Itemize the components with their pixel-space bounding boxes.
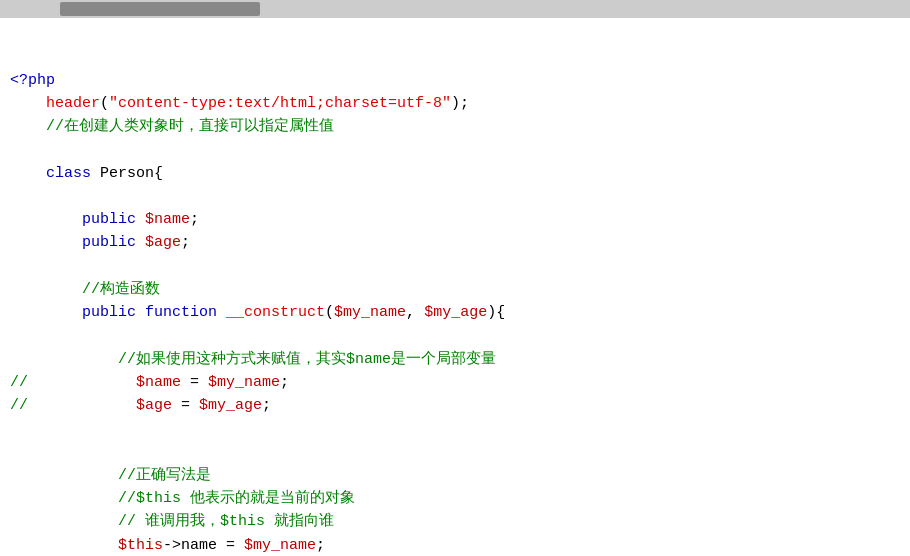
line-2: header("content-type:text/html;charset=u… [10, 92, 900, 115]
scroll-thumb[interactable] [60, 2, 260, 16]
code-text: //在创建人类对象时，直接可以指定属性值 [46, 118, 334, 135]
code-block: <?php header("content-type:text/html;cha… [0, 18, 910, 556]
code-text: = [172, 397, 199, 414]
scrollbar-top[interactable] [0, 0, 910, 18]
code-text: ){ [487, 304, 505, 321]
line-14: // $name = $my_name; [10, 371, 900, 394]
line-18: //正确写法是 [10, 464, 900, 487]
line-11: public function __construct($my_name, $m… [10, 301, 900, 324]
code-text: public function [82, 304, 226, 321]
code-text: $my_name [244, 537, 316, 554]
code-text: ; [280, 374, 289, 391]
code-text: //正确写法是 [118, 467, 211, 484]
line-5: class Person{ [10, 162, 900, 185]
code-text: = [181, 374, 208, 391]
code-editor: <?php header("content-type:text/html;cha… [0, 0, 910, 556]
line-13: //如果使用这种方式来赋值，其实$name是一个局部变量 [10, 348, 900, 371]
line-17 [10, 441, 900, 464]
line-12 [10, 324, 900, 347]
code-text: //构造函数 [82, 281, 160, 298]
line-3: //在创建人类对象时，直接可以指定属性值 [10, 115, 900, 138]
code-text: // [10, 397, 28, 414]
code-text: Person{ [100, 165, 163, 182]
code-text: //$this 他表示的就是当前的对象 [118, 490, 355, 507]
code-text: public [82, 234, 145, 251]
line-16 [10, 417, 900, 440]
line-4 [10, 138, 900, 161]
code-text: $name [136, 374, 181, 391]
line-1: <?php [10, 69, 900, 92]
line-15: // $age = $my_age; [10, 394, 900, 417]
line-7: public $name; [10, 208, 900, 231]
code-text: ); [451, 95, 469, 112]
code-text: // 谁调用我，$this 就指向谁 [118, 513, 334, 530]
code-text: $my_name [334, 304, 406, 321]
line-10: //构造函数 [10, 278, 900, 301]
code-text: ; [190, 211, 199, 228]
code-text: ; [181, 234, 190, 251]
code-text: header [46, 95, 100, 112]
code-text: // [10, 374, 28, 391]
code-text: __construct [226, 304, 325, 321]
code-text: //如果使用这种方式来赋值，其实$name是一个局部变量 [118, 351, 496, 368]
code-text: $my_name [208, 374, 280, 391]
code-text: ( [100, 95, 109, 112]
code-text: $my_age [199, 397, 262, 414]
code-text: , [406, 304, 424, 321]
code-text: $this [118, 537, 163, 554]
code-text: ; [316, 537, 325, 554]
code-text: $name [145, 211, 190, 228]
code-text: "content-type:text/html;charset=utf-8" [109, 95, 451, 112]
line-20: // 谁调用我，$this 就指向谁 [10, 510, 900, 533]
code-text: public [82, 211, 145, 228]
line-19: //$this 他表示的就是当前的对象 [10, 487, 900, 510]
line-8: public $age; [10, 231, 900, 254]
line-6 [10, 185, 900, 208]
code-text: <?php [10, 72, 55, 89]
code-text: class [46, 165, 100, 182]
line-21: $this->name = $my_name; [10, 534, 900, 557]
code-text: $age [145, 234, 181, 251]
code-text: ->name = [163, 537, 244, 554]
line-9 [10, 255, 900, 278]
code-text: $my_age [424, 304, 487, 321]
code-text: ( [325, 304, 334, 321]
code-text: $age [136, 397, 172, 414]
code-text: ; [262, 397, 271, 414]
